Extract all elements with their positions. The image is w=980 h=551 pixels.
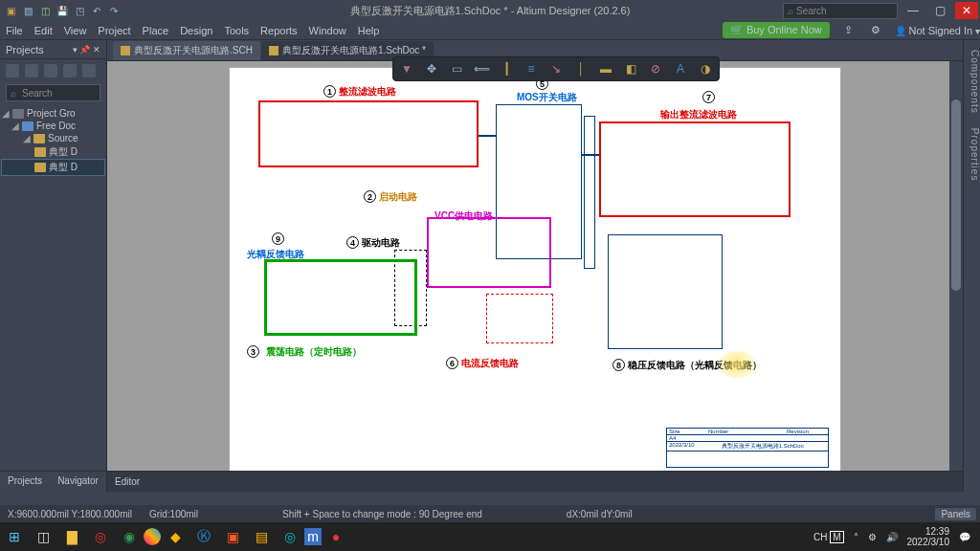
doc-tab-1[interactable]: 典型反激开关电源电路.SCH <box>113 41 260 60</box>
tree-source[interactable]: ◢Source <box>2 132 104 144</box>
label-6: 电流反馈电路 <box>461 357 519 370</box>
menu-edit[interactable]: Edit <box>34 25 53 36</box>
menu-view[interactable]: View <box>64 25 87 36</box>
label-3: 震荡电路（定时电路） <box>266 345 362 359</box>
close-button[interactable]: ✕ <box>955 2 978 19</box>
menu-window[interactable]: Window <box>309 25 346 36</box>
title-bar: ▣ ▧ ◫ 💾 ◳ ↶ ↷ 典型反激开关电源电路1.SchDoc * - Alt… <box>0 0 980 21</box>
volume-icon[interactable]: 🔊 <box>886 532 898 542</box>
status-bar: X:9600.000mil Y:1800.000mil Grid:100mil … <box>0 505 980 522</box>
tb-btn[interactable] <box>63 64 77 77</box>
undo-icon[interactable]: ↶ <box>90 4 103 17</box>
window-title: 典型反激开关电源电路1.SchDoc * - Altium Designer (… <box>350 4 631 18</box>
app-icon[interactable]: ◆ <box>161 522 189 551</box>
circ-4: 4 <box>346 236 359 249</box>
clock[interactable]: 12:39 2022/3/10 <box>907 526 950 547</box>
qa-icon[interactable]: ▣ <box>4 4 17 17</box>
ime-indicator[interactable]: CH M <box>813 532 844 542</box>
tab-properties[interactable]: Properties <box>969 128 980 182</box>
menu-file[interactable]: File <box>6 25 23 36</box>
schematic-editor[interactable]: 1 整流滤波电路 5 MOS开关电路 7 输出整流滤波电路 2 启动电路 VCC… <box>107 61 963 471</box>
qa-icon[interactable]: ▧ <box>21 4 34 17</box>
taskview-icon[interactable]: ◫ <box>29 522 57 551</box>
app-icon[interactable]: ▤ <box>247 522 276 551</box>
tab-projects[interactable]: Projects <box>0 472 50 492</box>
app-icon[interactable]: m <box>304 528 322 545</box>
redo-icon[interactable]: ↷ <box>107 4 121 17</box>
scroll-thumb[interactable] <box>951 99 961 291</box>
wire-icon[interactable]: ↘ <box>548 61 564 77</box>
menu-design[interactable]: Design <box>180 25 212 36</box>
maximize-button[interactable]: ▢ <box>928 2 951 19</box>
menu-place[interactable]: Place <box>143 25 169 36</box>
share-icon[interactable]: ⇪ <box>841 23 857 38</box>
right-panel-tabs: Components Properties <box>963 40 980 492</box>
menu-project[interactable]: Project <box>98 25 130 36</box>
global-search[interactable]: ⌕Search <box>783 3 898 19</box>
save-icon[interactable]: 💾 <box>56 4 69 17</box>
tray-up-icon[interactable]: ˄ <box>854 532 858 542</box>
tb-btn[interactable] <box>6 64 19 77</box>
app-icon[interactable]: ◎ <box>86 522 115 551</box>
panels-button[interactable]: Panels <box>935 508 976 520</box>
record-icon[interactable]: ● <box>322 522 350 551</box>
start-button[interactable]: ⊞ <box>0 522 29 551</box>
highlight-icon[interactable]: │ <box>573 61 589 77</box>
schematic-sheet[interactable]: 1 整流滤波电路 5 MOS开关电路 7 输出整流滤波电路 2 启动电路 VCC… <box>229 67 841 471</box>
app-icon[interactable]: ▣ <box>218 522 247 551</box>
tab-navigator[interactable]: Navigator <box>50 472 106 492</box>
select-icon[interactable]: ▭ <box>449 61 464 77</box>
tag-icon[interactable]: ◧ <box>623 61 638 77</box>
app-icon[interactable] <box>144 528 161 545</box>
tb-btn[interactable] <box>82 64 96 77</box>
dist-icon[interactable]: ┃ <box>499 61 514 77</box>
mask-icon[interactable]: ▬ <box>598 61 613 77</box>
label-5: MOS开关电路 <box>517 91 577 104</box>
projects-toolbar <box>0 59 106 82</box>
circ-1: 1 <box>323 85 336 98</box>
explorer-icon[interactable]: ▇ <box>57 522 86 551</box>
status-coord: X:9600.000mil Y:1800.000mil <box>8 509 132 519</box>
app-icon[interactable]: Ⓚ <box>189 522 218 551</box>
vertical-scrollbar[interactable] <box>949 61 963 471</box>
tree-root[interactable]: ◢Project Gro <box>2 107 104 120</box>
tb-btn[interactable] <box>25 64 38 77</box>
projects-panel: Projects ▾ 📌 ✕ Search ◢Project Gro ◢Free… <box>0 40 107 492</box>
filter-icon[interactable]: ▼ <box>399 61 414 77</box>
menu-help[interactable]: Help <box>358 25 380 36</box>
settings-icon[interactable]: ⚙ <box>868 23 883 38</box>
minimize-button[interactable]: — <box>902 2 924 19</box>
quick-access: ▣ ▧ ◫ 💾 ◳ ↶ ↷ <box>0 4 121 17</box>
notifications-icon[interactable]: 💬 <box>959 532 970 542</box>
transformer <box>584 116 595 269</box>
tb-btn[interactable] <box>44 64 57 77</box>
tree-freedoc[interactable]: ◢Free Doc <box>2 120 104 132</box>
move-icon[interactable]: ✥ <box>424 61 439 77</box>
qa-icon[interactable]: ◫ <box>38 4 52 17</box>
app-icon[interactable]: ◎ <box>276 522 304 551</box>
net-icon[interactable]: ≡ <box>523 61 539 77</box>
block-vcc <box>427 217 551 288</box>
menu-bar: File Edit View Project Place Design Tool… <box>0 21 980 40</box>
panel-controls[interactable]: ▾ 📌 ✕ <box>73 45 100 55</box>
circ-2: 2 <box>364 190 376 203</box>
app-icon[interactable]: ◉ <box>115 522 144 551</box>
projects-search[interactable]: Search <box>6 84 100 101</box>
clear-icon[interactable]: ⊘ <box>648 61 663 77</box>
label-1: 整流滤波电路 <box>339 85 396 99</box>
network-icon[interactable]: ⚙ <box>868 532 877 542</box>
tab-components[interactable]: Components <box>969 50 980 114</box>
signin-button[interactable]: 👤 Not Signed In ▾ <box>895 25 980 36</box>
theme-icon[interactable]: ◑ <box>698 61 713 77</box>
block-1 <box>258 100 479 167</box>
text-icon[interactable]: A <box>673 61 688 77</box>
align-l-icon[interactable]: ⟸ <box>474 61 489 77</box>
taskbar: ⊞ ◫ ▇ ◎ ◉ ◆ Ⓚ ▣ ▤ ◎ m ● CH M ˄ ⚙ 🔊 12:39… <box>0 522 980 551</box>
tree-doc2-selected[interactable]: 典型 D <box>2 160 104 175</box>
editor-footer: Editor <box>107 471 963 492</box>
menu-reports[interactable]: Reports <box>260 25 298 36</box>
qa-icon[interactable]: ◳ <box>73 4 86 17</box>
menu-tools[interactable]: Tools <box>224 25 249 36</box>
tree-doc1[interactable]: 典型 D <box>2 144 104 160</box>
buy-online-button[interactable]: 🛒Buy Online Now <box>723 22 830 38</box>
